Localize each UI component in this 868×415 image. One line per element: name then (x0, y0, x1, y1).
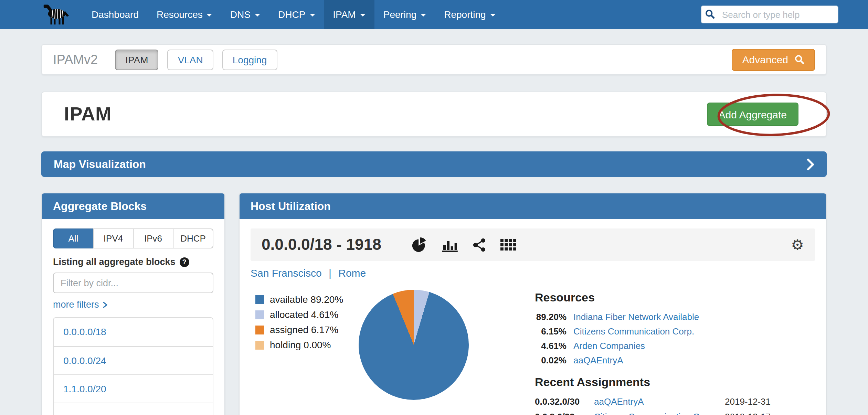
resource-percent: 0.02% (535, 354, 567, 366)
nav-label: Resources (157, 9, 203, 20)
legend-label: holding 0.00% (270, 339, 331, 350)
list-item[interactable]: 0.0.0.0/24 (54, 346, 213, 374)
legend-label: allocated 4.61% (270, 309, 338, 320)
host-utilization-title: Host Utilization (251, 200, 331, 212)
pie-chart-icon[interactable] (412, 237, 427, 252)
more-filters-link[interactable]: more filters (53, 299, 107, 310)
share-icon[interactable] (472, 237, 486, 252)
aggregate-blocks-panel: Aggregate Blocks All IPV4 IPv6 DHCP List… (41, 193, 225, 415)
nav-label: Reporting (444, 9, 486, 20)
chevron-right-icon (807, 158, 814, 170)
list-item[interactable]: 0.0.0.0/18 (54, 318, 213, 346)
list-item[interactable] (54, 403, 213, 415)
assignment-row: 0.0.8.0/22Citizens Communication Corp.20… (535, 411, 815, 415)
cidr-filter-input[interactable] (53, 273, 213, 293)
resource-row: 89.20%Indiana Fiber Network Available (535, 311, 815, 323)
zebra-logo-icon (40, 4, 72, 25)
block-type-filter: All IPV4 IPv6 DHCP (53, 228, 213, 248)
caret-down-icon (360, 14, 366, 17)
list-item[interactable]: 1.1.0.0/20 (54, 374, 213, 403)
assignment-row: 0.0.32.0/30aaQAEntryA2019-12-31 (535, 396, 815, 408)
filter-ipv4-button[interactable]: IPV4 (93, 228, 134, 248)
aggregate-blocks-header: Aggregate Blocks (42, 193, 224, 219)
help-icon[interactable]: ? (180, 257, 189, 267)
host-utilization-toolbar: 0.0.0.0/18 - 1918 (251, 228, 815, 261)
resources-column: Resources 89.20%Indiana Fiber Network Av… (535, 283, 815, 415)
location-link-san-franscisco[interactable]: San Franscisco (251, 267, 322, 279)
resource-percent: 89.20% (535, 311, 567, 323)
assignment-link[interactable]: Citizens Communication Corp. (594, 411, 718, 415)
assignments-heading: Recent Assignments (535, 376, 815, 390)
search-input[interactable] (701, 6, 838, 23)
host-utilization-panel: Host Utilization 0.0.0.0/18 - 1918 (239, 193, 827, 415)
resource-percent: 4.61% (535, 340, 567, 352)
advanced-search-button[interactable]: Advanced (732, 49, 815, 71)
map-visualization-label: Map Visualization (54, 158, 146, 170)
host-utilization-content: available 89.20% allocated 4.61% assigne… (251, 283, 815, 415)
block-title: 0.0.0.0/18 - 1918 (262, 235, 381, 254)
page-title: IPAM (64, 103, 112, 125)
legend-chip-available (255, 295, 264, 304)
resource-link[interactable]: Citizens Communication Corp. (573, 326, 815, 337)
nav-item-resources[interactable]: Resources (148, 0, 221, 29)
resource-link[interactable]: Arden Companies (573, 340, 815, 352)
legend-row-available: available 89.20% (255, 294, 359, 305)
caret-down-icon (490, 14, 496, 17)
location-separator: | (329, 267, 331, 279)
legend-label: available 89.20% (270, 294, 343, 305)
aggregate-blocks-title: Aggregate Blocks (53, 200, 147, 212)
listing-label-text: Listing all aggregate blocks (53, 257, 176, 267)
assignment-link[interactable]: aaQAEntryA (594, 396, 718, 408)
location-link-rome[interactable]: Rome (338, 267, 366, 279)
caret-down-icon (255, 14, 260, 17)
tab-ipam[interactable]: IPAM (115, 49, 158, 70)
aggregate-blocks-body: All IPV4 IPv6 DHCP Listing all aggregate… (42, 219, 224, 415)
more-filters-label: more filters (53, 299, 99, 310)
assignment-date: 2019-12-17 (725, 411, 815, 415)
legend-row-holding: holding 0.00% (255, 339, 359, 350)
legend-row-assigned: assigned 6.17% (255, 324, 359, 335)
resource-link[interactable]: aaQAEntryA (573, 354, 815, 366)
legend-chip-allocated (255, 310, 264, 319)
filter-all-button[interactable]: All (53, 228, 94, 248)
nav-label: DNS (230, 9, 251, 20)
grid-icon[interactable] (500, 238, 516, 251)
resource-row: 0.02%aaQAEntryA (535, 354, 815, 366)
nav-item-reporting[interactable]: Reporting (435, 0, 504, 29)
caret-down-icon (421, 14, 426, 17)
filter-ipv6-button[interactable]: IPv6 (133, 228, 173, 248)
listing-label: Listing all aggregate blocks ? (53, 257, 213, 267)
gear-icon[interactable]: ⚙ (791, 237, 804, 252)
resource-row: 4.61%Arden Companies (535, 340, 815, 352)
utilization-pie-chart (359, 290, 469, 400)
tab-vlan[interactable]: VLAN (168, 49, 213, 70)
aggregate-block-list: 0.0.0.0/18 0.0.0.0/24 1.1.0.0/20 (53, 317, 213, 415)
nav-item-dhcp[interactable]: DHCP (269, 0, 324, 29)
host-utilization-header: Host Utilization (240, 193, 826, 219)
caret-down-icon (309, 14, 315, 17)
advanced-label: Advanced (742, 54, 788, 65)
location-links: San Franscisco | Rome (251, 267, 815, 279)
resource-row: 6.15%Citizens Communication Corp. (535, 326, 815, 337)
map-visualization-bar[interactable]: Map Visualization (41, 151, 827, 177)
nav-item-dns[interactable]: DNS (221, 0, 269, 29)
legend-row-allocated: allocated 4.61% (255, 309, 359, 320)
filter-dhcp-button[interactable]: DHCP (173, 228, 213, 248)
ipamv2-toolbar: IPAMv2 IPAM VLAN Logging Advanced (41, 44, 827, 75)
bar-chart-icon[interactable] (441, 237, 458, 252)
zebra-logo[interactable] (40, 0, 72, 29)
chart-view-toggles (412, 237, 516, 252)
add-aggregate-button[interactable]: Add Aggregate (707, 103, 798, 126)
nav-item-dashboard[interactable]: Dashboard (83, 0, 148, 29)
search-icon (794, 54, 805, 65)
nav-label: Peering (383, 9, 417, 20)
caret-down-icon (207, 14, 212, 17)
assignment-cidr: 0.0.8.0/22 (535, 411, 587, 415)
resource-link[interactable]: Indiana Fiber Network Available (573, 311, 815, 323)
legend-chip-assigned (255, 325, 264, 334)
legend-label: assigned 6.17% (270, 324, 338, 335)
nav-item-ipam[interactable]: IPAM (324, 0, 374, 29)
nav-label: Dashboard (92, 9, 139, 20)
nav-item-peering[interactable]: Peering (374, 0, 435, 29)
tab-logging[interactable]: Logging (222, 49, 277, 70)
